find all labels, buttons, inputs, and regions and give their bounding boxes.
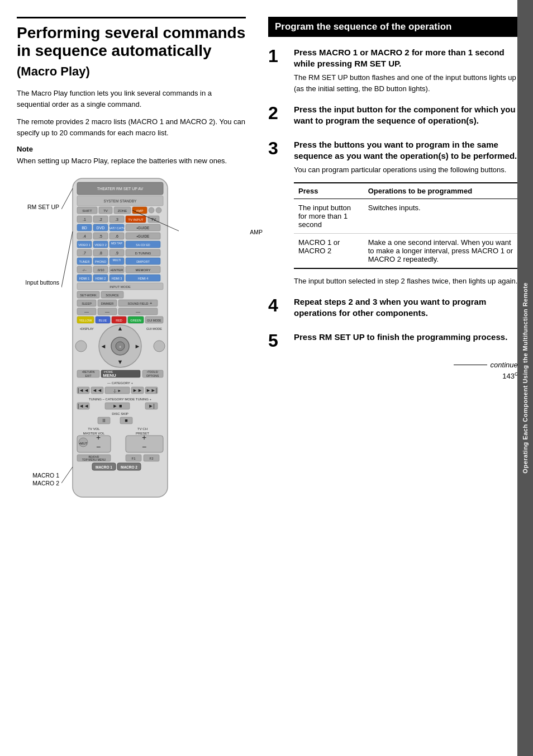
svg-text:TV INPUT: TV INPUT: [128, 218, 144, 221]
svg-point-126: [75, 341, 87, 352]
svg-line-53: [61, 231, 73, 287]
step-4-content: Repeat steps 2 and 3 when you want to pr…: [294, 296, 522, 322]
svg-text:MD/ TAP: MD/ TAP: [111, 242, 122, 245]
svg-text:DVD: DVD: [97, 226, 105, 230]
svg-text:► ■: ► ■: [113, 403, 122, 409]
svg-text:▲: ▲: [117, 325, 123, 332]
svg-text:−: −: [142, 442, 146, 451]
step-4-title: Repeat steps 2 and 3 when you want to pr…: [294, 296, 522, 318]
svg-text:TV: TV: [103, 209, 108, 212]
label-input-buttons: Input buttons: [25, 279, 59, 286]
svg-text:GUI MODE: GUI MODE: [147, 319, 161, 322]
svg-text:F1: F1: [131, 457, 136, 460]
svg-text:.9: .9: [115, 251, 118, 255]
section-heading: Program the sequence of the operation: [268, 17, 522, 37]
svg-text:YELLOW: YELLOW: [79, 319, 93, 322]
svg-text:AMP: AMP: [136, 209, 143, 212]
sidebar-tab-text: Operating Each Component Using the Multi…: [521, 282, 529, 474]
right-column: Program the sequence of the operation 1 …: [257, 0, 533, 756]
left-column: Performing several commands in sequence …: [0, 0, 257, 756]
note-heading: Note: [17, 145, 246, 153]
svg-text:.7: .7: [83, 251, 86, 255]
step-1-desc: The RM SET UP button flashes and one of …: [294, 72, 522, 94]
svg-text:HDMI 2: HDMI 2: [96, 277, 106, 280]
svg-text:DIMMER: DIMMER: [101, 302, 113, 305]
step-5-number: 5: [268, 332, 288, 349]
step-3-footer: The input button selected in step 2 flas…: [294, 276, 522, 287]
svg-text:◄: ◄: [101, 343, 107, 349]
step-4-number: 4: [268, 296, 288, 314]
ops-col-2: Make a one second interval. When you wan…: [364, 233, 522, 268]
step-5-content: Press RM SET UP to finish the programmin…: [294, 332, 522, 346]
svg-text:►►|: ►►|: [146, 388, 157, 393]
svg-point-127: [154, 341, 165, 352]
step-1-content: Press MACRO 1 or MACRO 2 for more than 1…: [294, 47, 522, 94]
page-number: 143GB: [268, 371, 522, 380]
svg-text:THEATER  RM SET UP  AV: THEATER RM SET UP AV: [97, 187, 144, 191]
svg-text:DISC SKIP: DISC SKIP: [112, 412, 129, 415]
svg-line-183: [61, 467, 73, 483]
svg-text:DMPORT: DMPORT: [136, 260, 150, 263]
note-text: When setting up Macro Play, replace the …: [17, 155, 246, 167]
svg-text:.1: .1: [83, 218, 86, 221]
svg-text:TV CH: TV CH: [137, 427, 147, 431]
svg-text:RED: RED: [116, 319, 122, 322]
svg-text:II: II: [102, 418, 105, 423]
svg-text:SOUND FIELD: SOUND FIELD: [128, 302, 149, 305]
col1-header: Press: [294, 183, 364, 199]
svg-text:—: —: [105, 309, 110, 314]
step-1: 1 Press MACRO 1 or MACRO 2 for more than…: [268, 47, 522, 94]
svg-text:SHIFT: SHIFT: [82, 209, 92, 212]
svg-text:SOURCE: SOURCE: [106, 294, 119, 297]
svg-text:.4: .4: [83, 234, 86, 238]
svg-text:HDMI 4: HDMI 4: [138, 277, 149, 280]
remote-svg: THEATER RM SET UP AV SYSTEM STANDBY SHIF…: [61, 176, 179, 505]
svg-text:TV: TV: [151, 218, 156, 221]
svg-text:PHONO: PHONO: [95, 260, 107, 263]
svg-text:•MUT: •MUT: [79, 442, 87, 445]
svg-text:+: +: [119, 345, 121, 349]
svg-text:•GUIDE: •GUIDE: [137, 234, 150, 238]
svg-text:D.TUNING: D.TUNING: [135, 252, 151, 255]
svg-text:+: +: [96, 433, 101, 442]
table-row-2: MACRO 1 or MACRO 2 Make a one second int…: [294, 233, 522, 268]
svg-text:BD: BD: [82, 226, 87, 230]
svg-text:TOP MENU  MENU: TOP MENU MENU: [82, 458, 106, 461]
ops-col-1: Switches inputs.: [364, 199, 522, 233]
svg-text:•ENTER: •ENTER: [111, 268, 123, 272]
svg-text:MASTER VOL: MASTER VOL: [83, 432, 105, 435]
svg-text:■: ■: [125, 418, 127, 423]
step-3-number: 3: [268, 139, 288, 157]
step-3: 3 Press the buttons you want to program …: [268, 139, 522, 286]
intro-p1: The Macro Play function lets you link se…: [17, 88, 246, 110]
press-col-1: The input button for more than 1 second: [294, 199, 364, 233]
svg-text:+: +: [142, 433, 146, 442]
svg-point-13: [149, 207, 154, 213]
svg-text:SLEEP: SLEEP: [82, 302, 92, 305]
svg-text:.3: .3: [115, 218, 118, 221]
svg-text:+: +: [150, 301, 153, 306]
svg-text:—: —: [136, 309, 140, 314]
svg-text:|◄◄: |◄◄: [78, 403, 89, 409]
continued-line: continued: [268, 361, 522, 369]
step-2-content: Press the input button for the component…: [294, 104, 522, 129]
label-macro-1-2: MACRO 1 MACRO 2: [32, 472, 59, 487]
operations-table: Press Operations to be programmed The in…: [294, 182, 522, 269]
svg-text:HDMI 3: HDMI 3: [112, 277, 122, 280]
svg-text:SA-CD/ ED: SA-CD/ ED: [136, 243, 150, 247]
svg-line-15: [61, 188, 73, 209]
svg-text:•GUIDE: •GUIDE: [137, 226, 150, 230]
svg-text:—: —: [84, 309, 89, 314]
step-1-number: 1: [268, 47, 288, 65]
svg-text:.0/10: .0/10: [97, 268, 104, 272]
step-2-title: Press the input button for the component…: [294, 104, 522, 126]
subtitle: (Macro Play): [17, 64, 246, 79]
svg-text:INPUT MODE: INPUT MODE: [110, 285, 131, 289]
step-3-content: Press the buttons you want to program in…: [294, 139, 522, 286]
svg-text:◄◄: ◄◄: [92, 388, 102, 393]
step-4: 4 Repeat steps 2 and 3 when you want to …: [268, 296, 522, 322]
remote-graphic-container: AMP THEATER RM SET UP AV SYSTEM STANDBY …: [61, 176, 246, 505]
svg-text:.|. ►: .|. ►: [113, 389, 122, 393]
step-3-title: Press the buttons you want to program in…: [294, 139, 522, 161]
svg-text:|◄◄: |◄◄: [78, 388, 89, 393]
